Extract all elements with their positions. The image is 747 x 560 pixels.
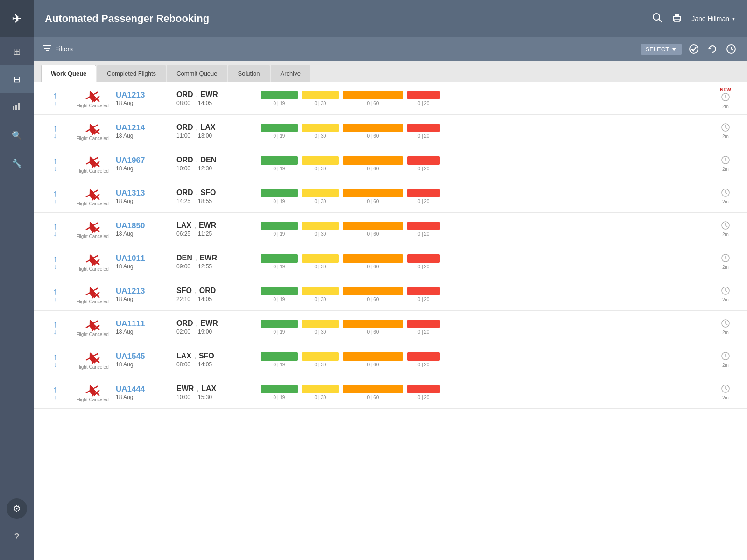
- bar-label: 0 | 20: [418, 395, 430, 400]
- action-col: NEW 2m: [712, 87, 740, 109]
- action-clock-icon[interactable]: [721, 384, 730, 395]
- priority-up-icon[interactable]: ↑: [53, 385, 57, 394]
- progress-bar: [261, 352, 298, 361]
- canceled-plane-icon: [84, 252, 101, 266]
- flight-number[interactable]: UA1213: [116, 287, 176, 296]
- flight-number[interactable]: UA1850: [116, 221, 176, 231]
- action-time: 2m: [722, 104, 729, 109]
- sidebar-item-grid[interactable]: ⊞: [0, 37, 34, 65]
- flight-number[interactable]: UA1313: [116, 189, 176, 198]
- status-col: Flight Canceled: [69, 154, 116, 174]
- dep-time: 08:00: [176, 361, 190, 368]
- sidebar-logo[interactable]: ✈: [0, 0, 34, 37]
- priority-up-icon[interactable]: ↑: [53, 189, 57, 198]
- header-user[interactable]: Jane Hillman ▼: [691, 15, 736, 22]
- priority-up-icon[interactable]: ↑: [53, 287, 57, 296]
- bars-col: 0 | 19 0 | 30 0 | 60 0 | 20: [261, 320, 712, 335]
- flight-number[interactable]: UA1545: [116, 352, 176, 361]
- header-print-icon[interactable]: [672, 13, 682, 25]
- priority-down-icon[interactable]: ↓: [54, 100, 57, 106]
- sidebar-item-settings[interactable]: ⚙: [7, 498, 27, 519]
- priority-down-icon[interactable]: ↓: [54, 133, 57, 139]
- canceled-plane-icon: [84, 88, 101, 103]
- bar-group: 0 | 20: [407, 156, 440, 171]
- action-clock-icon[interactable]: [721, 221, 730, 232]
- priority-down-icon[interactable]: ↓: [54, 361, 57, 368]
- priority-down-icon[interactable]: ↓: [54, 165, 57, 172]
- action-time: 2m: [722, 134, 729, 139]
- flight-number[interactable]: UA1011: [116, 254, 176, 263]
- priority-down-icon[interactable]: ↓: [54, 231, 57, 237]
- flight-date: 18 Aug: [116, 296, 176, 302]
- action-col: 2m: [712, 188, 740, 204]
- bar-group: 0 | 30: [302, 352, 339, 367]
- action-col: 2m: [712, 253, 740, 270]
- tab-archive[interactable]: Archive: [271, 65, 310, 82]
- tab-commit-queue[interactable]: Commit Queue: [167, 65, 227, 82]
- flight-number[interactable]: UA1967: [116, 156, 176, 165]
- sidebar-item-dashboard[interactable]: ⊟: [0, 65, 34, 93]
- action-clock-icon[interactable]: [721, 351, 730, 363]
- table-row[interactable]: ↑ ↓ Flight Canceled UA1011 18 Aug DEN , …: [34, 245, 747, 278]
- flight-number[interactable]: UA1214: [116, 123, 176, 133]
- tab-completed-flights[interactable]: Completed Flights: [97, 65, 166, 82]
- dep-time: 11:00: [176, 133, 190, 139]
- select-chevron-icon: ▼: [671, 46, 677, 53]
- filter-checkmark-icon[interactable]: [687, 42, 700, 56]
- sidebar-item-search[interactable]: 🔍: [0, 121, 34, 149]
- sidebar-item-chart[interactable]: [0, 93, 34, 121]
- table-row[interactable]: ↑ ↓ Flight Canceled UA1850 18 Aug LAX , …: [34, 213, 747, 245]
- select-button[interactable]: SELECT ▼: [641, 44, 682, 55]
- progress-bar: [343, 254, 403, 263]
- flight-number[interactable]: UA1111: [116, 319, 176, 329]
- dest-airport: EWR: [200, 319, 218, 328]
- priority-up-icon[interactable]: ↑: [53, 123, 57, 133]
- bar-label: 0 | 20: [418, 329, 430, 335]
- route-arrow-icon: ,: [194, 352, 196, 360]
- table-row[interactable]: ↑ ↓ Flight Canceled UA1213 18 Aug SFO , …: [34, 278, 747, 311]
- action-clock-icon[interactable]: [721, 253, 730, 265]
- flight-number[interactable]: UA1213: [116, 91, 176, 100]
- table-row[interactable]: ↑ ↓ Flight Canceled UA1213 18 Aug ORD , …: [34, 82, 747, 115]
- progress-bar: [302, 254, 339, 263]
- header-search-icon[interactable]: [652, 13, 662, 25]
- priority-up-icon[interactable]: ↑: [53, 156, 57, 165]
- route-arrow-icon: ,: [195, 287, 197, 294]
- filter-clock-icon[interactable]: [725, 42, 738, 56]
- table-row[interactable]: ↑ ↓ Flight Canceled UA1214 18 Aug ORD , …: [34, 115, 747, 147]
- priority-up-icon[interactable]: ↑: [53, 352, 57, 361]
- action-clock-icon[interactable]: [721, 155, 730, 167]
- priority-down-icon[interactable]: ↓: [54, 296, 57, 302]
- sidebar-item-tools[interactable]: 🔧: [0, 149, 34, 177]
- table-row[interactable]: ↑ ↓ Flight Canceled UA1444 18 Aug EWR , …: [34, 376, 747, 409]
- priority-up-icon[interactable]: ↑: [53, 254, 57, 263]
- table-row[interactable]: ↑ ↓ Flight Canceled UA1545 18 Aug LAX , …: [34, 343, 747, 376]
- dep-time: 08:00: [176, 100, 190, 106]
- table-row[interactable]: ↑ ↓ Flight Canceled UA1313 18 Aug ORD , …: [34, 180, 747, 213]
- priority-down-icon[interactable]: ↓: [54, 329, 57, 335]
- flight-date: 18 Aug: [116, 133, 176, 139]
- flight-number[interactable]: UA1444: [116, 385, 176, 394]
- priority-up-icon[interactable]: ↑: [53, 221, 57, 231]
- table-row[interactable]: ↑ ↓ Flight Canceled UA1967 18 Aug ORD , …: [34, 147, 747, 180]
- priority-down-icon[interactable]: ↓: [54, 198, 57, 204]
- tab-work-queue[interactable]: Work Queue: [41, 65, 96, 82]
- sidebar-item-help[interactable]: ?: [0, 523, 34, 551]
- action-clock-icon[interactable]: [721, 92, 730, 104]
- dest-airport: SFO: [200, 189, 216, 197]
- action-clock-icon[interactable]: [721, 319, 730, 330]
- filter-refresh-icon[interactable]: [706, 42, 719, 56]
- filters-label: Filters: [55, 45, 73, 53]
- action-clock-icon[interactable]: [721, 286, 730, 297]
- tab-solution[interactable]: Solution: [228, 65, 270, 82]
- priority-up-icon[interactable]: ↑: [53, 91, 57, 100]
- status-label: Flight Canceled: [76, 136, 108, 141]
- priority-down-icon[interactable]: ↓: [54, 263, 57, 270]
- progress-bar: [302, 385, 339, 393]
- priority-up-icon[interactable]: ↑: [53, 319, 57, 329]
- chart-icon: [12, 102, 21, 113]
- action-clock-icon[interactable]: [721, 188, 730, 199]
- action-clock-icon[interactable]: [721, 123, 730, 134]
- table-row[interactable]: ↑ ↓ Flight Canceled UA1111 18 Aug ORD , …: [34, 311, 747, 343]
- priority-down-icon[interactable]: ↓: [54, 394, 57, 400]
